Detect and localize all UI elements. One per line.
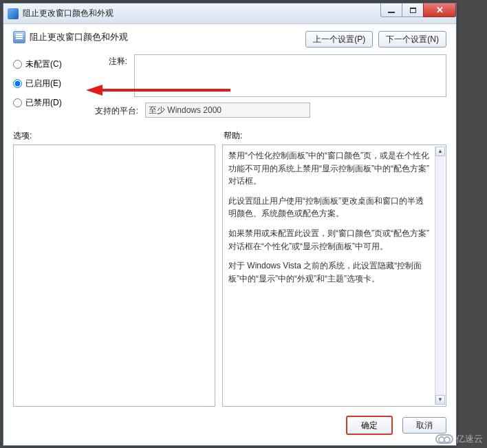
radio-enabled-label: 已启用(E)	[25, 78, 61, 89]
policy-icon	[13, 31, 25, 43]
scroll-down-icon[interactable]: ▼	[435, 395, 445, 405]
scroll-up-icon[interactable]: ▲	[435, 147, 445, 156]
cancel-button[interactable]: 取消	[402, 417, 446, 434]
help-section-label: 帮助:	[224, 130, 446, 142]
radio-not-configured-input[interactable]	[13, 60, 22, 69]
next-setting-button[interactable]: 下一个设置(N)	[378, 31, 446, 47]
help-paragraph: 此设置阻止用户使用“控制面板”更改桌面和窗口的半透明颜色、系统颜色或配色方案。	[228, 195, 442, 220]
policy-title: 阻止更改窗口颜色和外观	[30, 31, 128, 43]
watermark: 亿速云	[435, 433, 483, 445]
radio-disabled-input[interactable]	[13, 98, 22, 107]
radio-not-configured[interactable]: 未配置(C)	[13, 54, 79, 74]
options-pane	[13, 145, 215, 407]
close-button[interactable]: ✕	[423, 3, 456, 17]
previous-setting-button[interactable]: 上一个设置(P)	[305, 31, 373, 47]
help-paragraph: 如果禁用或未配置此设置，则“窗口颜色”页或“配色方案”对话框在“个性化”或“显示…	[228, 227, 442, 253]
window-title: 阻止更改窗口颜色和外观	[23, 8, 113, 19]
supported-platform-field: 至少 Windows 2000	[145, 103, 310, 118]
app-icon	[8, 8, 19, 19]
watermark-text: 亿速云	[456, 433, 483, 445]
scrollbar[interactable]: ▲ ▼	[435, 147, 444, 405]
help-paragraph: 对于 Windows Vista 之前的系统，此设置隐藏“控制面板”中的“显示”…	[228, 259, 442, 285]
help-pane: 禁用“个性化控制面板”中的“窗口颜色”页，或是在个性化功能不可用的系统上禁用“显…	[222, 145, 446, 407]
ok-button[interactable]: 确定	[346, 416, 393, 435]
watermark-logo-icon	[435, 434, 453, 444]
radio-not-configured-label: 未配置(C)	[25, 58, 62, 70]
minimize-button[interactable]	[380, 3, 402, 17]
titlebar[interactable]: 阻止更改窗口颜色和外观 ✕	[3, 3, 456, 24]
comment-label: 注释:	[89, 54, 127, 97]
help-paragraph: 禁用“个性化控制面板”中的“窗口颜色”页，或是在个性化功能不可用的系统上禁用“显…	[228, 149, 442, 188]
radio-disabled[interactable]: 已禁用(D)	[13, 93, 79, 112]
radio-enabled[interactable]: 已启用(E)	[13, 74, 79, 93]
radio-disabled-label: 已禁用(D)	[25, 97, 62, 109]
options-section-label: 选项:	[13, 130, 215, 142]
maximize-button[interactable]	[402, 3, 424, 17]
comment-textarea[interactable]	[134, 54, 446, 97]
policy-dialog-window: 阻止更改窗口颜色和外观 ✕ 阻止更改窗口颜色和外观 上一个设置(P) 下一个设置…	[3, 3, 457, 446]
supported-label: 支持的平台:	[89, 104, 138, 117]
radio-enabled-input[interactable]	[13, 79, 22, 88]
